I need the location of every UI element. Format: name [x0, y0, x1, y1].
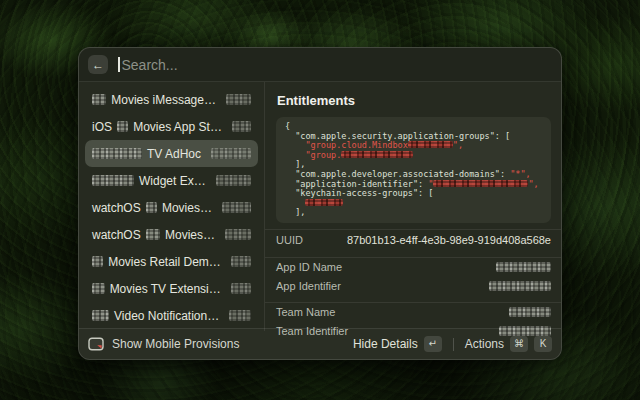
code-token: "com.apple.developer.associated-domains"	[285, 169, 500, 179]
details-title: Entitlements	[277, 93, 551, 108]
code-token: ",	[453, 140, 463, 150]
actions-button[interactable]: Actions	[465, 337, 504, 351]
redacted-text	[211, 148, 251, 159]
redacted-text	[231, 283, 251, 294]
list-item-label: Movies TV Extensi…	[110, 282, 221, 296]
list-item-label: Movies…	[165, 228, 215, 242]
redacted-text	[92, 283, 105, 294]
provision-list: Movies iMessage…iOSMovies App St…TV AdHo…	[79, 82, 264, 331]
list-item-label: TV AdHoc	[147, 147, 201, 161]
redacted-text	[146, 229, 160, 240]
return-key-icon: ↵	[424, 336, 442, 352]
code-line: ],	[285, 208, 542, 218]
search-bar: ← Search...	[79, 48, 561, 82]
code-token: "*",	[510, 169, 530, 179]
redacted-text	[509, 307, 551, 317]
hide-details-button[interactable]: Hide Details	[353, 337, 418, 351]
back-button[interactable]: ←	[88, 55, 108, 74]
list-item-label: Widget Ex…	[139, 174, 206, 188]
metadata-label: App Identifier	[276, 280, 341, 292]
list-item-prefix: iOS	[92, 120, 112, 134]
code-line: "keychain-access-groups": [	[285, 189, 542, 199]
list-item[interactable]: watchOSMovies…	[85, 221, 258, 248]
redacted-text	[92, 148, 142, 159]
redacted-text	[496, 262, 551, 272]
redacted-text	[489, 281, 551, 291]
entitlements-code: { "com.apple.security.application-groups…	[276, 117, 551, 223]
search-input[interactable]: Search...	[122, 57, 178, 73]
redacted-text	[117, 121, 128, 132]
redacted-text	[222, 202, 251, 213]
code-token: "group.cloud.Mindbox	[285, 140, 408, 150]
arrow-left-icon: ←	[92, 58, 104, 72]
metadata-row: Team Name	[276, 303, 551, 322]
code-token: ",	[528, 179, 538, 189]
metadata-section: UUID87b01b13-e4ff-4e3b-98e9-919d408a568e…	[276, 229, 551, 341]
list-item[interactable]: TV AdHoc	[85, 140, 258, 167]
code-token: {	[285, 121, 290, 131]
list-item[interactable]: Movies iMessage…	[85, 86, 258, 113]
list-item-label: Movies…	[162, 201, 212, 215]
redacted-text	[408, 141, 453, 148]
redacted-text	[232, 121, 251, 132]
code-token: "application-identifier"	[285, 179, 418, 189]
text-caret	[118, 57, 120, 72]
redacted-text	[225, 229, 251, 240]
extension-info: Show Mobile Provisions	[88, 337, 353, 351]
redacted-text	[433, 180, 528, 187]
extension-label: Show Mobile Provisions	[112, 337, 239, 351]
metadata-row: UUID87b01b13-e4ff-4e3b-98e9-919d408a568e	[276, 230, 551, 251]
k-key-icon: K	[534, 336, 552, 352]
metadata-value: 87b01b13-e4ff-4e3b-98e9-919d408a568e	[347, 234, 551, 246]
metadata-row: App Identifier	[276, 277, 551, 296]
redacted-text	[92, 310, 109, 321]
action-bar: Show Mobile Provisions Hide Details ↵ Ac…	[79, 328, 561, 359]
code-token: ],	[285, 159, 305, 169]
window-body: Movies iMessage…iOSMovies App St…TV AdHo…	[79, 82, 561, 331]
code-token: "com.apple.security.application-groups"	[285, 131, 495, 141]
redacted-text	[92, 175, 134, 186]
footer-actions: Hide Details ↵ Actions ⌘ K	[353, 336, 552, 352]
redacted-text	[216, 175, 251, 186]
metadata-label: UUID	[276, 234, 303, 246]
list-item[interactable]: Movies Retail Dem…	[85, 248, 258, 275]
code-token: :	[500, 169, 510, 179]
list-item-prefix: watchOS	[92, 201, 141, 215]
redacted-text	[226, 94, 251, 105]
redacted-text	[231, 256, 251, 267]
list-item-label: Video Notification…	[114, 309, 219, 323]
metadata-label: Team Name	[276, 306, 335, 318]
code-token	[285, 198, 305, 208]
redacted-text	[341, 151, 413, 158]
redacted-text	[92, 256, 103, 267]
list-item-label: Movies Retail Dem…	[108, 255, 221, 269]
code-token: "keychain-access-groups"	[285, 188, 418, 198]
list-item[interactable]: Widget Ex…	[85, 167, 258, 194]
redacted-text	[146, 202, 157, 213]
code-line: "group.	[285, 151, 542, 161]
code-token: "group.	[285, 150, 341, 160]
list-item[interactable]: iOSMovies App St…	[85, 113, 258, 140]
redacted-text	[229, 310, 251, 321]
code-line	[285, 199, 542, 209]
command-key-icon: ⌘	[510, 336, 528, 352]
code-token: : [	[495, 131, 510, 141]
launcher-window: ← Search... Movies iMessage…iOSMovies Ap…	[78, 47, 562, 360]
list-item[interactable]: Movies TV Extensi…	[85, 275, 258, 302]
list-item[interactable]: Video Notification…	[85, 302, 258, 329]
code-token: :	[418, 179, 428, 189]
details-panel: Entitlements { "com.apple.security.appli…	[265, 82, 561, 331]
list-item-label: Movies App St…	[133, 120, 222, 134]
redacted-text	[305, 199, 343, 206]
footer-separator	[453, 338, 454, 351]
code-token: : [	[418, 188, 433, 198]
list-item-label: Movies iMessage…	[111, 93, 216, 107]
list-item[interactable]: watchOSMovies…	[85, 194, 258, 221]
metadata-label: App ID Name	[276, 261, 342, 273]
mobile-provisions-icon	[88, 337, 104, 351]
metadata-row: App ID Name	[276, 258, 551, 277]
redacted-text	[92, 94, 106, 105]
list-item-prefix: watchOS	[92, 228, 141, 242]
code-token: ],	[285, 207, 305, 217]
